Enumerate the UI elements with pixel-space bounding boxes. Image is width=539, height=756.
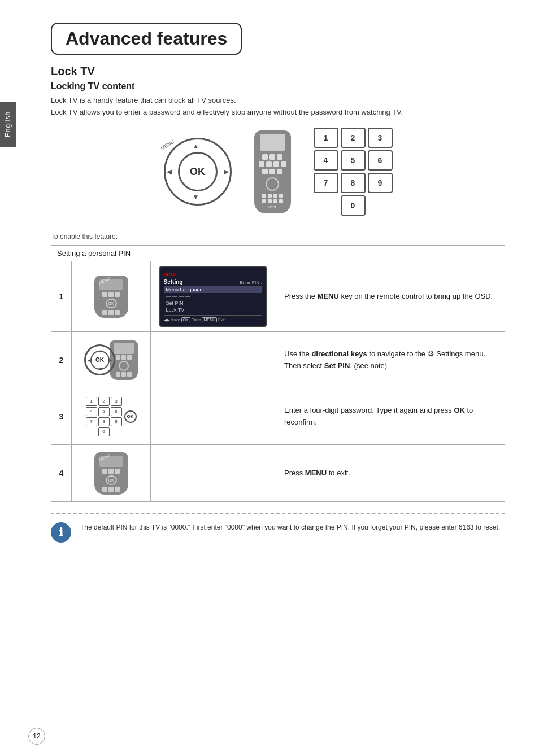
osd-logo: acer (164, 270, 262, 277)
row-screen-1: acer Setting Enter PIN : Menu Language —… (151, 261, 275, 331)
row-number-3: 3 (51, 388, 72, 444)
row-number-2: 2 (51, 332, 72, 388)
table-header: Setting a personal PIN (51, 246, 505, 261)
ok-button-diagram: MENU ▲ ▼ ◀ ▶ OK (164, 138, 232, 206)
table-row: 3 1 2 3 4 5 6 (51, 388, 505, 445)
osd-lock-tv: Lock TV (164, 307, 262, 313)
osd-nav-bar: ◀▶ Move OK Enter MENU Exit (164, 317, 262, 322)
osd-enter-pin-label: Enter PIN : (240, 280, 262, 285)
numpad-small-icon: 1 2 3 4 5 6 7 8 9 (86, 397, 122, 436)
ok-directional-icon: ▲ ▼ ◀ ▶ OK (84, 344, 115, 375)
page-number: 12 (28, 728, 45, 745)
note-text: The default PIN for this TV is "0000." F… (80, 522, 500, 533)
row-icon-2: ▲ ▼ ◀ ▶ OK (72, 332, 151, 388)
osd-menu-language: Menu Language (164, 286, 262, 293)
subsection-title: Locking TV content (51, 81, 505, 91)
note-icon: ℹ (51, 522, 71, 543)
remote-diagram: MENU ▲ ▼ ◀ ▶ OK (51, 128, 505, 216)
row-number-1: 1 (51, 261, 72, 331)
number-keypad-diagram: 1 2 3 4 5 6 7 8 9 0 (314, 128, 393, 216)
remote-control-diagram: acer (254, 130, 291, 213)
row-text-1: Press the MENU key on the remote control… (275, 285, 505, 308)
ok-confirm-icon: OK (124, 410, 137, 423)
row-text-3: Enter a four-digit password. Type it aga… (275, 399, 505, 434)
osd-set-pin: Set PIN (164, 300, 262, 307)
section-title: Lock TV (51, 65, 505, 78)
row-icon-4: MENU OK (72, 445, 151, 501)
intro-text-1: Lock TV is a handy feature that can bloc… (51, 96, 505, 104)
row-screen-4 (151, 445, 275, 501)
menu-remote-icon: MENU OK (94, 276, 128, 318)
row-text-2: Use the directional keys to navigate to … (275, 343, 505, 378)
page-title-box: Advanced features (51, 23, 242, 55)
row-screen-3 (151, 388, 275, 444)
intro-text-2: Lock TV allows you to enter a password a… (51, 108, 505, 116)
osd-pin-dashes: — — — — (164, 293, 262, 300)
enable-feature-text: To enable this feature: (51, 233, 505, 241)
table-row: 1 MENU OK (51, 261, 505, 332)
osd-screen: acer Setting Enter PIN : Menu Language —… (159, 266, 267, 327)
note-section: ℹ The default PIN for this TV is "0000."… (51, 513, 505, 543)
row-icon-1: MENU OK (72, 261, 151, 331)
table-row: 2 ▲ ▼ ◀ ▶ OK (51, 332, 505, 388)
pin-setting-table: Setting a personal PIN 1 MENU OK (51, 245, 505, 502)
menu-label-diagram: MENU (159, 139, 175, 151)
row-icon-3: 1 2 3 4 5 6 7 8 9 (72, 388, 151, 444)
osd-title: Setting (164, 279, 183, 285)
menu-remote-exit-icon: MENU OK (94, 452, 128, 495)
row-text-4: Press MENU to exit. (275, 462, 505, 485)
language-sidebar: English (0, 102, 16, 147)
language-label: English (4, 111, 12, 137)
row-screen-2 (151, 332, 275, 388)
row-number-4: 4 (51, 445, 72, 501)
table-row: 4 MENU OK (51, 445, 505, 501)
page-title: Advanced features (66, 28, 227, 49)
